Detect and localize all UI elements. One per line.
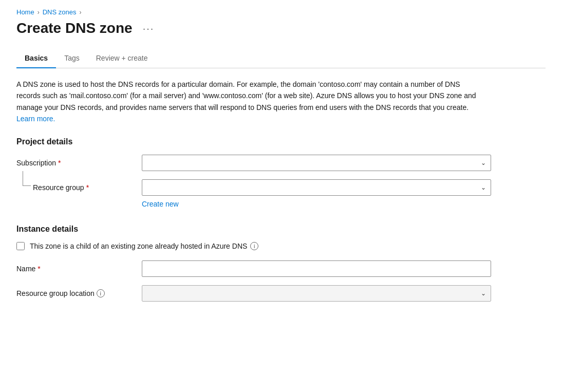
subscription-control: ⌄ — [142, 155, 491, 171]
instance-details-section: Instance details This zone is a child of… — [16, 225, 546, 302]
breadcrumb-dns-zones[interactable]: DNS zones — [43, 8, 77, 16]
breadcrumb-sep-1: › — [38, 9, 40, 16]
name-row: Name * — [16, 260, 546, 277]
rg-location-label: Resource group location i — [16, 289, 129, 297]
resource-group-label-wrapper: Resource group * — [16, 179, 129, 196]
breadcrumb: Home › DNS zones › — [16, 8, 546, 16]
page-title: Create DNS zone — [16, 20, 133, 36]
project-details-title: Project details — [16, 137, 546, 146]
rg-location-select-wrapper: ⌄ — [142, 285, 491, 302]
breadcrumb-sep-2: › — [79, 9, 81, 16]
subscription-required-star: * — [58, 159, 61, 167]
tab-tags[interactable]: Tags — [56, 49, 88, 68]
tab-basics[interactable]: Basics — [16, 49, 56, 68]
create-new-link[interactable]: Create new — [142, 200, 179, 208]
tab-review-create[interactable]: Review + create — [88, 49, 156, 68]
child-zone-label: This zone is a child of an existing zone… — [30, 242, 258, 250]
page-header: Create DNS zone ··· — [16, 20, 546, 36]
subscription-row: Subscription * ⌄ — [16, 155, 546, 171]
tab-bar: Basics Tags Review + create — [16, 49, 546, 68]
subscription-select[interactable] — [142, 155, 491, 171]
create-new-wrapper: Create new — [16, 200, 546, 208]
child-zone-checkbox[interactable] — [16, 242, 25, 250]
subscription-select-wrapper: ⌄ — [142, 155, 491, 171]
project-details-section: Project details Subscription * ⌄ — [16, 137, 546, 208]
resource-group-required-star: * — [86, 183, 89, 192]
name-control — [142, 260, 491, 277]
rg-location-control: ⌄ — [142, 285, 491, 302]
rg-location-info-icon[interactable]: i — [97, 289, 105, 297]
rg-location-row: Resource group location i ⌄ — [16, 285, 546, 302]
resource-group-select[interactable] — [142, 179, 491, 196]
indent-connector — [16, 179, 33, 196]
child-zone-info-icon[interactable]: i — [250, 242, 258, 250]
description-text: A DNS zone is used to host the DNS recor… — [16, 79, 479, 125]
resource-group-control: ⌄ — [142, 179, 491, 196]
rg-location-select[interactable] — [142, 285, 491, 302]
name-input[interactable] — [142, 260, 491, 277]
instance-details-title: Instance details — [16, 225, 546, 234]
child-zone-row: This zone is a child of an existing zone… — [16, 242, 546, 250]
learn-more-link[interactable]: Learn more. — [16, 115, 55, 123]
name-label: Name * — [16, 265, 129, 273]
resource-group-row: Resource group * ⌄ — [16, 179, 546, 196]
subscription-label: Subscription * — [16, 159, 129, 167]
breadcrumb-home[interactable]: Home — [16, 8, 34, 16]
name-required-star: * — [38, 265, 40, 273]
resource-group-label: Resource group * — [33, 183, 89, 192]
resource-group-select-wrapper: ⌄ — [142, 179, 491, 196]
more-options-button[interactable]: ··· — [139, 21, 159, 36]
page-container: Home › DNS zones › Create DNS zone ··· B… — [0, 0, 562, 330]
